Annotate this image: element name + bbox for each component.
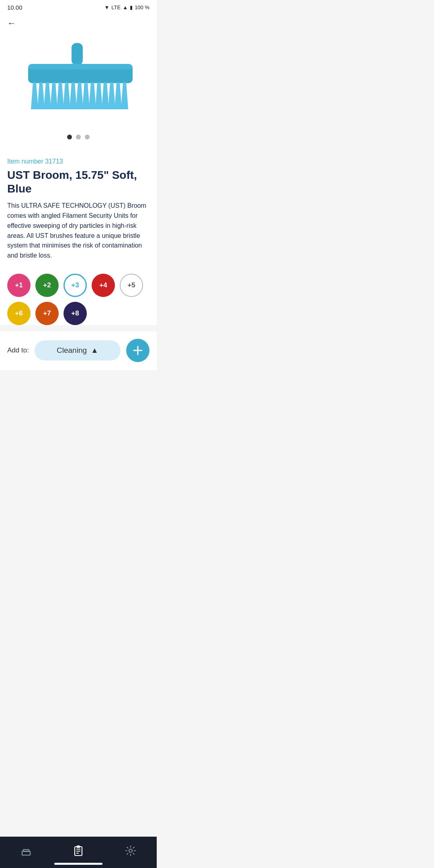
- svg-marker-13: [102, 82, 109, 109]
- product-description: This ULTRA SAFE TECHNOLOGY (UST) Broom c…: [7, 201, 149, 261]
- color-chip-7[interactable]: +7: [35, 302, 59, 325]
- wifi-icon: ▼: [104, 4, 109, 10]
- battery-icon: ▮: [130, 4, 133, 10]
- image-dots: [67, 135, 90, 139]
- color-variants: +1+2+3+4+5+6+7+8: [0, 274, 157, 325]
- svg-rect-0: [72, 43, 83, 65]
- color-chip-6[interactable]: +6: [7, 302, 31, 325]
- dropdown-arrow: ▲: [91, 346, 98, 355]
- category-dropdown[interactable]: Cleaning ▲: [35, 340, 121, 360]
- add-to-section: Add to: Cleaning ▲: [0, 332, 157, 370]
- color-chip-3[interactable]: +3: [63, 274, 87, 297]
- status-bar: 10.00 ▼ LTE ▲ ▮ 100 %: [0, 0, 157, 13]
- color-chip-4[interactable]: +4: [92, 274, 115, 297]
- svg-marker-8: [70, 82, 77, 109]
- back-button[interactable]: ←: [7, 18, 16, 28]
- back-button-area: ←: [0, 13, 157, 31]
- svg-marker-16: [121, 82, 128, 109]
- svg-marker-12: [95, 82, 102, 109]
- svg-marker-9: [76, 82, 83, 109]
- color-chip-1[interactable]: +1: [7, 274, 31, 297]
- dot-1[interactable]: [67, 135, 72, 139]
- add-button[interactable]: [126, 339, 149, 362]
- svg-marker-10: [82, 82, 90, 109]
- item-number: Item number 31713: [7, 158, 149, 165]
- signal-icon: ▲: [123, 4, 128, 10]
- dot-3[interactable]: [85, 135, 90, 139]
- svg-marker-14: [108, 82, 115, 109]
- dot-2[interactable]: [76, 135, 81, 139]
- svg-marker-6: [57, 82, 64, 109]
- product-image-area: [0, 31, 157, 151]
- svg-marker-7: [63, 82, 70, 109]
- svg-marker-15: [115, 82, 122, 109]
- svg-marker-3: [37, 82, 45, 109]
- svg-marker-2: [31, 82, 38, 109]
- add-to-label: Add to:: [7, 346, 29, 354]
- status-time: 10.00: [7, 4, 23, 11]
- product-info: Item number 31713 UST Broom, 15.75" Soft…: [0, 151, 157, 274]
- svg-rect-17: [28, 64, 133, 70]
- product-title: UST Broom, 15.75" Soft, Blue: [7, 168, 149, 195]
- product-image: [12, 39, 145, 127]
- status-icons: ▼ LTE ▲ ▮ 100 %: [104, 4, 149, 10]
- lte-label: LTE: [111, 4, 121, 10]
- category-label: Cleaning: [57, 346, 87, 355]
- battery-label: 100 %: [135, 4, 149, 10]
- svg-marker-4: [44, 82, 51, 109]
- color-chip-8[interactable]: +8: [63, 302, 87, 325]
- plus-icon: [132, 345, 143, 356]
- svg-marker-11: [89, 82, 96, 109]
- svg-marker-5: [50, 82, 57, 109]
- color-chip-5[interactable]: +5: [120, 274, 143, 297]
- color-chip-2[interactable]: +2: [35, 274, 59, 297]
